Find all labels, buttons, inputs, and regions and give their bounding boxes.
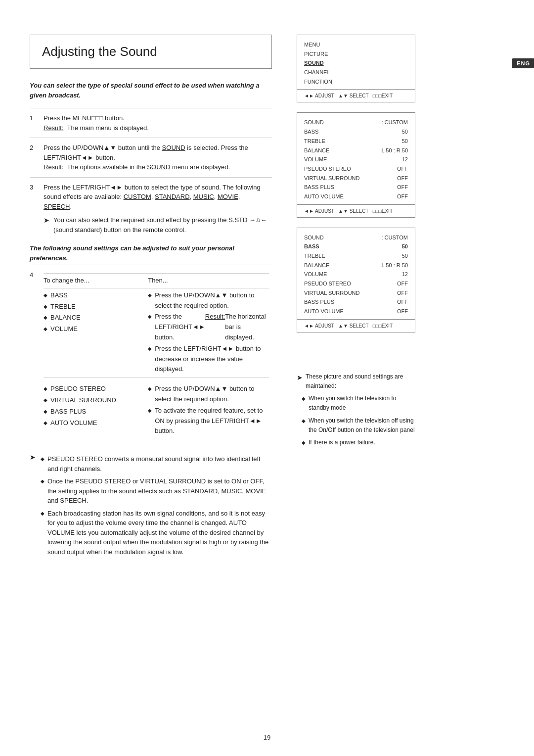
menu-box-2: SOUND : CUSTOM BASS 50 TREBLE 50 BALANCE… bbox=[297, 112, 415, 217]
step-2: 2 Press the UP/DOWN▲▼ button until the S… bbox=[30, 138, 272, 178]
right-note-intro: These picture and sound settings are mai… bbox=[306, 372, 415, 391]
intro-text: You can select the type of special sound… bbox=[30, 81, 272, 100]
step4-group2-right: Press the UP/DOWN▲▼ button to select the… bbox=[145, 378, 269, 439]
mb2-row-balance: BALANCE L 50 : R 50 bbox=[304, 146, 408, 155]
mb2-row-sound: SOUND : CUSTOM bbox=[304, 118, 408, 127]
bullet-balance: BALANCE bbox=[44, 313, 142, 323]
step-2-result-text: The options available in the SOUND menu … bbox=[67, 163, 230, 171]
bottom-note-group: ➤ PSEUDO STEREO converts a monaural soun… bbox=[30, 452, 272, 558]
mb3-row-pseudo: PSEUDO STEREO OFF bbox=[304, 279, 408, 288]
mb3-row-balance: BALANCE L 50 : R 50 bbox=[304, 261, 408, 270]
menu-box-2-inner: SOUND : CUSTOM BASS 50 TREBLE 50 BALANCE… bbox=[297, 113, 415, 204]
step4-group1-left: BASS TREBLE BALANCE VOLUME bbox=[44, 288, 145, 378]
note-bullet-1: PSEUDO STEREO converts a monaural sound … bbox=[41, 454, 272, 473]
bottom-notes: ➤ PSEUDO STEREO converts a monaural soun… bbox=[30, 452, 272, 558]
note-bullets: PSEUDO STEREO converts a monaural sound … bbox=[41, 454, 272, 557]
mb3-row-sound: SOUND : CUSTOM bbox=[304, 233, 408, 242]
step4-header-left: To change the... bbox=[44, 274, 145, 288]
steps-table: 1 Press the MENU□□□ button. Result: The … bbox=[30, 108, 272, 239]
step4-right2-2: To activate the required feature, set to… bbox=[148, 406, 266, 436]
note-bullet-2: Once the PSEUDO STEREO or VIRTUAL SURROU… bbox=[41, 476, 272, 506]
step-2-instruction: Press the UP/DOWN▲▼ button until the SOU… bbox=[44, 144, 248, 161]
step4-right1-1: Press the UP/DOWN▲▼ button to select the… bbox=[148, 290, 266, 311]
note-arrow: ➤ bbox=[30, 452, 36, 463]
right-note-bullets: When you switch the television to standb… bbox=[302, 394, 415, 447]
bullet-treble: TREBLE bbox=[44, 302, 142, 312]
mb2-row-virtual: VIRTUAL SURROUND OFF bbox=[304, 174, 408, 183]
step4-right1-3: Press the LEFT/RIGHT◄► button to decreas… bbox=[148, 344, 266, 375]
step-3: 3 Press the LEFT/RIGHT◄► button to selec… bbox=[30, 177, 272, 239]
note-content: PSEUDO STEREO converts a monaural sound … bbox=[41, 452, 272, 558]
right-note-arrow-line: ➤ These picture and sound settings are m… bbox=[297, 372, 415, 391]
bullet-auto-vol: AUTO VOLUME bbox=[44, 418, 142, 428]
menu-box-1-inner: MENU PICTURE SOUND CHANNEL FUNCTION bbox=[297, 35, 415, 89]
title-box: Adjusting the Sound bbox=[30, 35, 272, 69]
right-bottom-note: ➤ These picture and sound settings are m… bbox=[297, 372, 415, 448]
step4-group2: PSEUDO STEREO VIRTUAL SURROUND BASS PLUS… bbox=[44, 378, 269, 439]
menu-box-3: SOUND : CUSTOM BASS 50 TREBLE 50 BALANCE… bbox=[297, 228, 415, 332]
mb3-row-autovol: AUTO VOLUME OFF bbox=[304, 307, 408, 316]
mb2-row-pseudo: PSEUDO STEREO OFF bbox=[304, 164, 408, 174]
mb2-row-treble: TREBLE 50 bbox=[304, 137, 408, 146]
right-sidebar: MENU PICTURE SOUND CHANNEL FUNCTION ◄► A… bbox=[287, 20, 425, 736]
menu-row-channel: CHANNEL bbox=[304, 68, 408, 77]
bullet-bass: BASS bbox=[44, 290, 142, 301]
step4-header-right: Then... bbox=[145, 274, 269, 288]
step4-right1-2: Press the LEFT/RIGHT◄► button.Result: Th… bbox=[148, 312, 266, 342]
menu-row-picture: PICTURE bbox=[304, 49, 408, 59]
mb2-row-volume: VOLUME 12 bbox=[304, 155, 408, 164]
step-2-number: 2 bbox=[30, 138, 41, 178]
step-3-subnote: ➤ You can also select the required sound… bbox=[44, 215, 269, 235]
left-content: Adjusting the Sound You can select the t… bbox=[0, 20, 287, 736]
step-3-content: Press the LEFT/RIGHT◄► button to select … bbox=[41, 177, 272, 239]
step-3-number: 3 bbox=[30, 177, 41, 239]
step4-group1: BASS TREBLE BALANCE VOLUME Press the UP/… bbox=[44, 288, 269, 378]
menu-row-sound: SOUND bbox=[304, 58, 408, 68]
step-4-number: 4 bbox=[30, 265, 41, 445]
right-bullet-3: If there is a power failure. bbox=[302, 438, 415, 447]
menu-box-3-inner: SOUND : CUSTOM BASS 50 TREBLE 50 BALANCE… bbox=[297, 228, 415, 319]
mb3-row-volume: VOLUME 12 bbox=[304, 270, 408, 279]
step-1-result-text: The main menu is displayed. bbox=[67, 124, 148, 132]
step-1: 1 Press the MENU□□□ button. Result: The … bbox=[30, 108, 272, 138]
step-1-instruction: Press the MENU□□□ button. bbox=[44, 114, 125, 122]
step-3-instruction: Press the LEFT/RIGHT◄► button to select … bbox=[44, 184, 261, 210]
right-bullet-1: When you switch the television to standb… bbox=[302, 394, 415, 413]
step-1-number: 1 bbox=[30, 108, 41, 138]
menu-row-function: FUNCTION bbox=[304, 77, 408, 87]
page-title: Adjusting the Sound bbox=[42, 44, 260, 59]
step4-inner-table: To change the... Then... BASS TREBLE BAL… bbox=[44, 273, 269, 439]
menu-box-2-footer: ◄► ADJUST ▲▼ SELECT □□□EXIT bbox=[297, 204, 415, 217]
step-4-content: To change the... Then... BASS TREBLE BAL… bbox=[41, 265, 272, 445]
step-2-content: Press the UP/DOWN▲▼ button until the SOU… bbox=[41, 138, 272, 178]
note-bullet-3: Each broadcasting station has its own si… bbox=[41, 509, 272, 557]
mb3-row-bass: BASS 50 bbox=[304, 242, 408, 251]
bullet-bass-plus: BASS PLUS bbox=[44, 407, 142, 417]
menu-box-1: MENU PICTURE SOUND CHANNEL FUNCTION ◄► A… bbox=[297, 35, 415, 102]
menu-box-3-footer: ◄► ADJUST ▲▼ SELECT □□□EXIT bbox=[297, 319, 415, 332]
bullet-volume: VOLUME bbox=[44, 324, 142, 334]
step-4-row: 4 To change the... Then... bbox=[30, 265, 272, 445]
mb3-row-bassplus: BASS PLUS OFF bbox=[304, 297, 408, 307]
mb2-row-bassplus: BASS PLUS OFF bbox=[304, 183, 408, 192]
mb3-row-virtual: VIRTUAL SURROUND OFF bbox=[304, 288, 408, 298]
step4-header-row: To change the... Then... bbox=[44, 274, 269, 288]
section2-header: The following sound settings can be adju… bbox=[30, 243, 272, 263]
mb2-row-bass: BASS 50 bbox=[304, 127, 408, 137]
menu-box-1-footer: ◄► ADJUST ▲▼ SELECT □□□EXIT bbox=[297, 89, 415, 102]
step4-right2-1: Press the UP/DOWN▲▼ button to select the… bbox=[148, 384, 266, 405]
step-1-content: Press the MENU□□□ button. Result: The ma… bbox=[41, 108, 272, 138]
bullet-pseudo: PSEUDO STEREO bbox=[44, 384, 142, 394]
eng-badge: ENG bbox=[512, 59, 534, 67]
mb3-row-treble: TREBLE 50 bbox=[304, 251, 408, 261]
right-bullet-2: When you switch the television off using… bbox=[302, 416, 415, 435]
step-4-table: 4 To change the... Then... bbox=[30, 265, 272, 444]
mb2-row-autovol: AUTO VOLUME OFF bbox=[304, 192, 408, 201]
step4-group1-right: Press the UP/DOWN▲▼ button to select the… bbox=[145, 288, 269, 378]
step-2-result-label: Result: bbox=[44, 163, 63, 171]
bullet-virtual: VIRTUAL SURROUND bbox=[44, 395, 142, 406]
menu-row-menu: MENU bbox=[304, 40, 408, 49]
step4-group2-left: PSEUDO STEREO VIRTUAL SURROUND BASS PLUS… bbox=[44, 378, 145, 439]
page-number: 19 bbox=[264, 734, 270, 741]
step-1-result-label: Result: bbox=[44, 124, 63, 132]
